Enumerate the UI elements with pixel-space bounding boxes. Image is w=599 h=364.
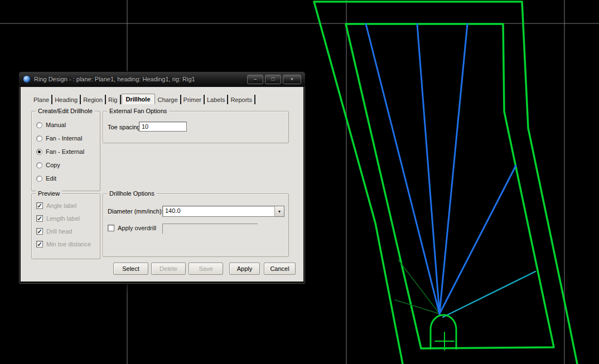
diameter-combobox[interactable]: 140.0 ▼	[162, 206, 284, 217]
drive-profile-arch	[431, 315, 456, 350]
tab-drillhole[interactable]: Drillhole	[122, 94, 155, 104]
save-button[interactable]: Save	[189, 263, 223, 275]
faint-line-2	[395, 300, 439, 314]
minimize-icon[interactable]: –	[247, 75, 263, 84]
apply-overdrill-checkbox[interactable]: Apply overdrill	[108, 225, 156, 231]
toe-spacing-input[interactable]: 10	[139, 122, 187, 132]
screen: { "window": { "title": "Ring Design - : …	[0, 0, 599, 364]
select-button[interactable]: Select	[113, 263, 148, 275]
checkbox-drill-head[interactable]: ✓ Drill head	[36, 228, 100, 235]
external-fan-options-group: External Fan Options Toe spacing: 10	[103, 111, 289, 143]
checkbox-min-toe-distance[interactable]: ✓ Min toe distance	[36, 241, 100, 247]
preview-group: Preview ✓ Angle label ✓ Length label ✓ D…	[31, 193, 100, 259]
checkbox-angle-label-text: Angle label	[46, 202, 76, 209]
apply-overdrill-label: Apply overdrill	[118, 225, 156, 231]
toe-spacing-label: Toe spacing:	[108, 124, 142, 130]
tab-region[interactable]: Region	[81, 95, 106, 104]
checkbox-length-label-text: Length label	[46, 215, 80, 222]
title-bar[interactable]: Ring Design - : plane: Plane1, heading: …	[19, 72, 305, 86]
tab-heading[interactable]: Heading	[52, 95, 81, 104]
tab-primer[interactable]: Primer	[181, 95, 205, 104]
drillhole-3	[439, 24, 467, 314]
tab-reports[interactable]: Reports	[228, 95, 255, 104]
radio-fan-external-label: Fan - External	[46, 148, 84, 155]
radio-manual-label: Manual	[46, 122, 66, 128]
drillhole-highlight	[443, 271, 535, 317]
radio-manual[interactable]: Manual	[36, 122, 100, 128]
checkbox-angle-label[interactable]: ✓ Angle label	[36, 202, 100, 209]
delete-button[interactable]: Delete	[151, 263, 186, 275]
radio-manual-circle[interactable]	[36, 122, 42, 128]
checkbox-length-label-box[interactable]: ✓	[36, 215, 43, 222]
app-icon	[23, 75, 31, 83]
create-edit-drillhole-group: Create/Edit Drillhole Manual Fan - Inter…	[31, 111, 100, 191]
apply-overdrill-box[interactable]	[108, 225, 114, 231]
diameter-value: 140.0	[163, 206, 274, 216]
radio-fan-internal[interactable]: Fan - Internal	[36, 135, 100, 142]
window-title: Ring Design - : plane: Plane1, heading: …	[34, 76, 243, 82]
radio-copy-label: Copy	[46, 162, 60, 168]
tab-plane[interactable]: Plane	[31, 95, 52, 104]
radio-copy-circle[interactable]	[36, 162, 42, 168]
create-edit-drillhole-title: Create/Edit Drillhole	[36, 108, 95, 114]
checkbox-drill-head-box[interactable]: ✓	[36, 228, 43, 235]
apply-button[interactable]: Apply	[229, 263, 260, 275]
close-icon[interactable]: ×	[283, 75, 301, 84]
dialog-body: Plane Heading Region Rig Drillhole Charg…	[21, 87, 303, 282]
stope-outline	[346, 24, 554, 348]
external-fan-options-title: External Fan Options	[107, 108, 169, 114]
radio-fan-internal-circle[interactable]	[36, 135, 42, 142]
tab-rig[interactable]: Rig	[106, 95, 121, 104]
drillhole-options-group: Drillhole Options Diameter (mm/inch): 14…	[103, 193, 289, 257]
radio-copy[interactable]: Copy	[36, 162, 100, 168]
radio-fan-internal-label: Fan - Internal	[46, 135, 82, 142]
radio-edit-label: Edit	[46, 175, 56, 182]
radio-fan-external-circle[interactable]	[36, 149, 42, 155]
checkbox-min-toe-distance-text: Min toe distance	[46, 241, 91, 247]
tab-charge[interactable]: Charge	[156, 95, 181, 104]
cancel-button[interactable]: Cancel	[264, 263, 296, 275]
radio-edit-circle[interactable]	[36, 176, 42, 182]
radio-edit[interactable]: Edit	[36, 175, 100, 182]
ring-design-dialog: Ring Design - : plane: Plane1, heading: …	[18, 71, 306, 284]
radio-fan-external[interactable]: Fan - External	[36, 148, 100, 155]
tab-strip: Plane Heading Region Rig Drillhole Charg…	[31, 93, 255, 104]
chevron-down-icon[interactable]: ▼	[274, 206, 284, 216]
drillhole-options-title: Drillhole Options	[107, 190, 157, 197]
checkbox-angle-label-box[interactable]: ✓	[36, 202, 43, 209]
checkbox-drill-head-text: Drill head	[46, 228, 72, 235]
preview-title: Preview	[36, 190, 62, 197]
window-controls: – □ ×	[247, 75, 301, 84]
diameter-label: Diameter (mm/inch):	[108, 208, 163, 215]
tab-labels[interactable]: Labels	[205, 95, 228, 104]
checkbox-length-label[interactable]: ✓ Length label	[36, 215, 100, 222]
maximize-icon[interactable]: □	[265, 75, 281, 84]
checkbox-min-toe-distance-box[interactable]: ✓	[36, 241, 43, 247]
overdrill-input[interactable]	[162, 224, 258, 234]
